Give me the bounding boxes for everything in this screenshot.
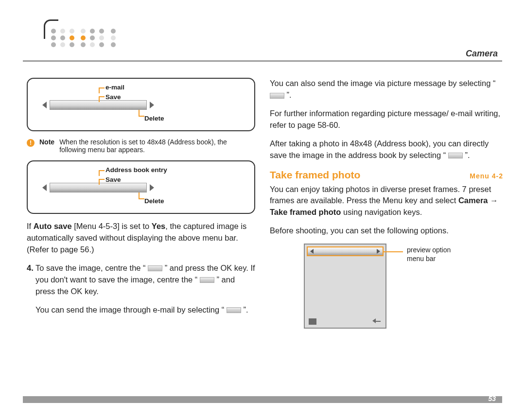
placeholder-icon: [270, 93, 284, 99]
decorative-dot-grid: [51, 27, 120, 47]
section-menu-ref: Menu 4-2: [470, 172, 503, 180]
label-addressbook: Address book entry: [105, 166, 167, 174]
info-icon: !: [27, 139, 35, 147]
paragraph-framed-info: You can enjoy taking photos in diverse p…: [270, 184, 503, 219]
label-delete2: Delete: [144, 197, 164, 205]
placeholder-icon: [148, 265, 162, 271]
note-text: When the resolution is set to 48x48 (Add…: [59, 138, 255, 154]
placeholder-icon: [448, 153, 463, 158]
paragraph-step4: 4. To save the image, centre the “ ” and…: [27, 262, 255, 298]
label-delete: Delete: [144, 115, 164, 122]
menu-bar-diagram-addressbook: Address book entry Save Delete: [27, 160, 255, 214]
arrow-left-icon: [42, 102, 47, 108]
paragraph-email-send: You can send the image through e-mail by…: [27, 304, 255, 316]
label-save2: Save: [105, 176, 121, 183]
label-email: e-mail: [105, 84, 124, 91]
menu-bar-diagram-email: e-mail Save Delete: [27, 78, 255, 131]
triangle-right-icon: [377, 249, 380, 254]
label-save: Save: [105, 93, 121, 101]
menu-bar-gradient: [50, 100, 147, 110]
preview-option-bar: [307, 246, 384, 256]
note-block: ! Note When the resolution is set to 48x…: [27, 138, 255, 154]
note-label: Note: [39, 138, 54, 154]
paragraph-options: Before shooting, you can set the followi…: [270, 225, 503, 237]
camera-icon: [309, 318, 316, 325]
header-rule: [23, 60, 502, 62]
annotation-text: preview option menu bar: [407, 245, 451, 263]
paragraph-picture-message: You can also send the image via picture …: [270, 78, 503, 101]
section-title: Take framed photo: [270, 169, 360, 181]
placeholder-icon: [200, 277, 214, 283]
paragraph-further-info: For further information regarding pictur…: [270, 108, 503, 131]
paragraph-autosave: If Auto save [Menu 4-5-3] is set to Yes,…: [27, 221, 255, 256]
footer-rule: [23, 396, 502, 403]
phone-screen-diagram: preview option menu bar: [270, 244, 474, 341]
annotation-leader: [384, 251, 403, 252]
arrow-right-icon: [150, 184, 154, 191]
paragraph-48x48-save: After taking a photo in 48x48 (Address b…: [270, 138, 503, 161]
back-arrow-icon: [374, 318, 382, 325]
placeholder-icon: [227, 307, 241, 313]
triangle-left-icon: [310, 249, 314, 254]
menu-bar-gradient: [50, 183, 147, 192]
arrow-left-icon: [42, 184, 47, 191]
section-header: Camera: [466, 49, 498, 59]
page-number: 53: [488, 395, 496, 402]
arrow-right-icon: [150, 102, 154, 108]
